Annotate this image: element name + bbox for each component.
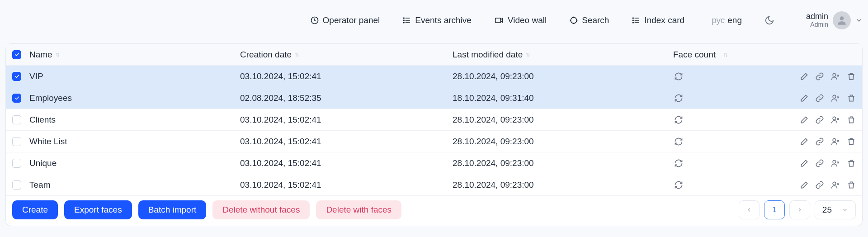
edit-button[interactable] [800,94,809,103]
camera-icon [494,16,504,25]
link-button[interactable] [815,159,824,168]
nav-events-archive[interactable]: Events archive [402,15,472,25]
delete-button[interactable] [847,115,856,124]
svg-point-15 [833,182,836,185]
table-row[interactable]: Unique 03.10.2024, 15:02:41 28.10.2024, … [6,152,862,174]
link-button[interactable] [815,94,824,103]
row-mdate: 18.10.2024, 09:31:40 [453,93,534,103]
export-faces-button[interactable]: Export faces [64,200,132,219]
page-number-current[interactable]: 1 [764,200,785,219]
batch-import-button[interactable]: Batch import [138,200,207,219]
create-button[interactable]: Create [12,200,58,219]
table-row[interactable]: Employees 02.08.2024, 18:52:35 18.10.202… [6,87,862,109]
remove-user-button[interactable] [830,180,840,190]
edit-button[interactable] [800,137,809,146]
next-page-button[interactable] [789,200,810,219]
row-name: Clients [29,115,56,124]
sort-icon [55,52,61,58]
row-checkbox[interactable] [12,94,21,103]
delete-with-faces-button[interactable]: Delete with faces [316,200,401,219]
col-header-mdate[interactable]: Last modified date [453,50,620,60]
col-label: Creation date [240,50,292,60]
clock-icon [310,16,319,25]
refresh-count-button[interactable] [674,137,683,146]
table-footer: Create Export faces Batch import Delete … [6,196,862,226]
delete-button[interactable] [847,180,856,190]
row-checkbox[interactable] [12,159,21,168]
link-button[interactable] [815,137,824,146]
table-header: Name Creation date Last modified date Fa… [6,44,862,66]
row-mdate: 28.10.2024, 09:23:00 [453,71,534,81]
refresh-count-button[interactable] [674,180,683,190]
remove-user-button[interactable] [830,115,840,124]
language-switch: рус eng [712,15,742,25]
table-row[interactable]: Team 03.10.2024, 15:02:41 28.10.2024, 09… [6,174,862,196]
page-size-select[interactable]: 25 [815,200,856,219]
refresh-count-button[interactable] [674,72,683,81]
row-mdate: 28.10.2024, 09:23:00 [453,158,534,168]
svg-point-8 [633,22,634,23]
remove-user-button[interactable] [830,159,840,168]
col-label: Face count [673,50,716,60]
remove-user-button[interactable] [830,94,840,103]
edit-button[interactable] [800,159,809,168]
pagination: 1 25 [739,200,856,219]
table-row[interactable]: White List 03.10.2024, 15:02:41 28.10.20… [6,131,862,152]
row-cdate: 03.10.2024, 15:02:41 [240,158,321,168]
select-all-checkbox[interactable] [12,50,21,59]
nav-search[interactable]: Search [569,15,609,25]
avatar [833,11,851,29]
edit-button[interactable] [800,115,809,124]
refresh-count-button[interactable] [674,159,683,168]
nav-video-wall[interactable]: Video wall [494,15,547,25]
edit-button[interactable] [800,180,809,190]
top-bar: Operator panel Events archive Video wall… [0,0,868,41]
col-header-count[interactable]: Face count [620,50,746,60]
svg-rect-4 [495,18,501,23]
row-checkbox[interactable] [12,137,21,146]
prev-page-button[interactable] [739,200,760,219]
col-label: Name [29,50,52,60]
target-icon [569,16,578,25]
lang-rus[interactable]: рус [712,15,725,25]
nav-operator-panel[interactable]: Operator panel [310,15,380,25]
remove-user-button[interactable] [830,137,840,146]
delete-button[interactable] [847,137,856,146]
delete-button[interactable] [847,159,856,168]
row-name: Employees [29,93,72,103]
row-cdate: 02.08.2024, 18:52:35 [240,93,321,103]
user-text: admin Admin [806,12,828,28]
svg-point-10 [833,73,836,76]
nav-label: Index card [644,15,684,25]
row-name: Unique [29,158,57,168]
col-header-name[interactable]: Name [28,50,240,60]
table-row[interactable]: Clients 03.10.2024, 15:02:41 28.10.2024,… [6,109,862,131]
theme-toggle[interactable] [764,15,774,25]
sort-icon [525,52,531,58]
delete-without-faces-button[interactable]: Delete without faces [212,200,310,219]
nav-label: Events archive [415,15,472,25]
link-button[interactable] [815,72,824,81]
remove-user-button[interactable] [830,72,840,81]
user-role: Admin [810,21,828,28]
sort-icon [294,52,300,58]
svg-point-14 [833,160,836,163]
row-checkbox[interactable] [12,180,21,190]
link-button[interactable] [815,115,824,124]
user-menu[interactable]: admin Admin [806,11,863,29]
lang-eng[interactable]: eng [727,15,742,25]
delete-button[interactable] [847,72,856,81]
sort-icon [723,52,728,58]
col-header-cdate[interactable]: Creation date [240,50,453,60]
refresh-count-button[interactable] [674,115,683,124]
delete-button[interactable] [847,94,856,103]
refresh-count-button[interactable] [674,94,683,103]
chevron-down-icon [855,17,863,24]
edit-button[interactable] [800,72,809,81]
row-checkbox[interactable] [12,115,21,124]
row-mdate: 28.10.2024, 09:23:00 [453,137,534,146]
table-row[interactable]: VIP 03.10.2024, 15:02:41 28.10.2024, 09:… [6,66,862,87]
link-button[interactable] [815,180,824,190]
row-checkbox[interactable] [12,72,21,81]
nav-index-card[interactable]: Index card [632,15,684,25]
